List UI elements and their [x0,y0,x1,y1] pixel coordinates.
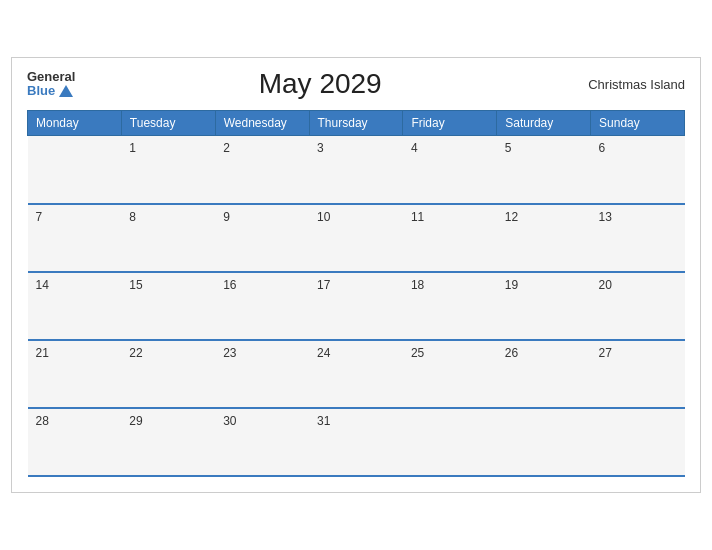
weekday-header-sunday: Sunday [591,111,685,136]
weekday-header-row: MondayTuesdayWednesdayThursdayFridaySatu… [28,111,685,136]
calendar-day-cell: 26 [497,340,591,408]
calendar-day-cell: 3 [309,136,403,204]
calendar-day-cell: 18 [403,272,497,340]
calendar-week-row: 28293031 [28,408,685,476]
calendar-day-cell: 2 [215,136,309,204]
calendar-day-cell: 31 [309,408,403,476]
day-number: 4 [411,141,418,155]
day-number: 19 [505,278,518,292]
day-number: 28 [36,414,49,428]
calendar-day-cell: 19 [497,272,591,340]
day-number: 26 [505,346,518,360]
day-number: 17 [317,278,330,292]
calendar-day-cell: 11 [403,204,497,272]
day-number: 18 [411,278,424,292]
day-number: 12 [505,210,518,224]
calendar-day-cell: 9 [215,204,309,272]
calendar-day-cell: 12 [497,204,591,272]
calendar-day-cell: 21 [28,340,122,408]
logo-triangle-icon [59,85,73,97]
day-number: 1 [129,141,136,155]
calendar-day-cell: 7 [28,204,122,272]
day-number: 25 [411,346,424,360]
day-number: 2 [223,141,230,155]
calendar-day-cell: 28 [28,408,122,476]
day-number: 6 [599,141,606,155]
calendar-day-cell [28,136,122,204]
calendar-day-cell: 5 [497,136,591,204]
calendar-day-cell: 15 [121,272,215,340]
day-number: 10 [317,210,330,224]
calendar-day-cell: 20 [591,272,685,340]
logo: General Blue [27,70,75,99]
day-number: 16 [223,278,236,292]
day-number: 7 [36,210,43,224]
calendar-day-cell [403,408,497,476]
calendar-day-cell: 30 [215,408,309,476]
calendar-day-cell [497,408,591,476]
calendar-day-cell: 24 [309,340,403,408]
day-number: 27 [599,346,612,360]
weekday-header-tuesday: Tuesday [121,111,215,136]
day-number: 23 [223,346,236,360]
calendar-day-cell: 4 [403,136,497,204]
day-number: 21 [36,346,49,360]
weekday-header-friday: Friday [403,111,497,136]
calendar-day-cell: 27 [591,340,685,408]
day-number: 8 [129,210,136,224]
calendar-week-row: 21222324252627 [28,340,685,408]
weekday-header-monday: Monday [28,111,122,136]
calendar-week-row: 78910111213 [28,204,685,272]
day-number: 30 [223,414,236,428]
day-number: 22 [129,346,142,360]
calendar-day-cell: 29 [121,408,215,476]
day-number: 3 [317,141,324,155]
calendar-day-cell: 17 [309,272,403,340]
calendar-day-cell: 23 [215,340,309,408]
day-number: 15 [129,278,142,292]
calendar-day-cell: 10 [309,204,403,272]
day-number: 31 [317,414,330,428]
calendar-title: May 2029 [75,68,565,100]
weekday-header-thursday: Thursday [309,111,403,136]
calendar-day-cell [591,408,685,476]
weekday-header-wednesday: Wednesday [215,111,309,136]
calendar-week-row: 123456 [28,136,685,204]
day-number: 29 [129,414,142,428]
logo-blue-text: Blue [27,84,75,98]
weekday-header-saturday: Saturday [497,111,591,136]
logo-general-text: General [27,70,75,84]
calendar-day-cell: 14 [28,272,122,340]
calendar-day-cell: 1 [121,136,215,204]
day-number: 13 [599,210,612,224]
day-number: 11 [411,210,424,224]
calendar-day-cell: 22 [121,340,215,408]
day-number: 9 [223,210,230,224]
calendar-location: Christmas Island [565,77,685,92]
calendar-grid: MondayTuesdayWednesdayThursdayFridaySatu… [27,110,685,477]
calendar-week-row: 14151617181920 [28,272,685,340]
day-number: 24 [317,346,330,360]
day-number: 20 [599,278,612,292]
day-number: 5 [505,141,512,155]
day-number: 14 [36,278,49,292]
calendar-header: General Blue May 2029 Christmas Island [27,68,685,100]
calendar-day-cell: 25 [403,340,497,408]
calendar-day-cell: 16 [215,272,309,340]
calendar-day-cell: 13 [591,204,685,272]
calendar-day-cell: 8 [121,204,215,272]
calendar-day-cell: 6 [591,136,685,204]
calendar-container: General Blue May 2029 Christmas Island M… [11,57,701,493]
